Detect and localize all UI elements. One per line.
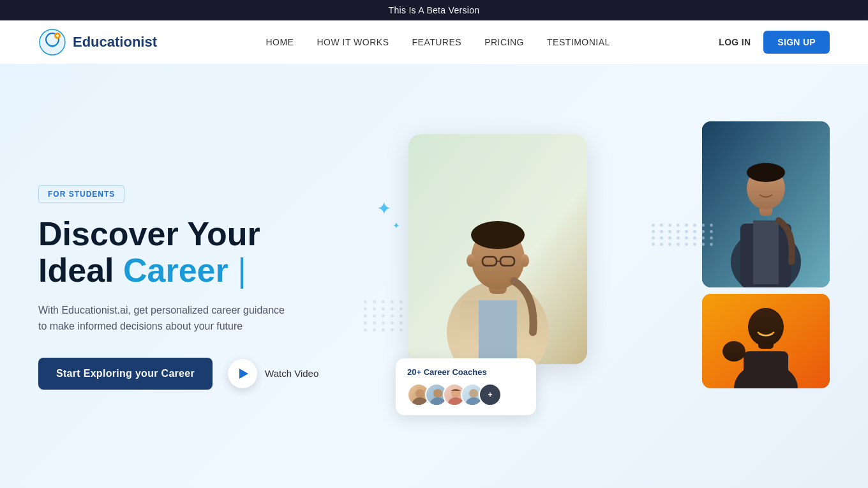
svg-rect-6 (479, 300, 517, 364)
nav-link-how-it-works[interactable]: HOW IT WORKS (317, 37, 389, 47)
coaches-title: 20+ Career Coaches (407, 367, 525, 377)
title-line2-prefix: Ideal (38, 252, 123, 289)
beta-banner: This Is A Beta Version (0, 0, 868, 20)
watch-video-area[interactable]: Watch Video (228, 359, 318, 388)
svg-rect-32 (744, 351, 788, 388)
play-icon (239, 369, 248, 379)
play-button[interactable] (228, 359, 257, 388)
sparkle-icon-large: ✦ (377, 198, 391, 219)
for-students-badge: FOR STUDENTS (38, 185, 124, 203)
explore-career-button[interactable]: Start Exploring your Career (38, 358, 213, 390)
title-line1: Discover Your (38, 215, 260, 252)
login-button[interactable]: LOG IN (719, 37, 751, 47)
hero-left: FOR STUDENTS Discover Your Ideal Career … (38, 185, 357, 390)
coach-more-count: + (479, 383, 502, 406)
title-career-accent: Career (123, 252, 228, 289)
beta-banner-text: This Is A Beta Version (389, 5, 480, 15)
svg-point-9 (471, 221, 525, 249)
nav-link-features[interactable]: FEATURES (412, 37, 462, 47)
svg-point-15 (415, 389, 424, 398)
svg-point-17 (433, 389, 442, 398)
nav-link-testimonial[interactable]: TESTIMONIAL (547, 37, 610, 47)
sparkle-icon-small: ✦ (393, 220, 400, 231)
career-coaches-card: 20+ Career Coaches (396, 358, 536, 415)
nav-links: HOME HOW IT WORKS FEATURES PRICING TESTI… (266, 36, 610, 48)
dots-pattern-right (652, 224, 715, 246)
hero-subtitle: With Educationist.ai, get personalized c… (38, 302, 294, 335)
nav-link-home[interactable]: HOME (266, 37, 294, 47)
svg-point-34 (748, 308, 784, 346)
svg-point-35 (722, 341, 745, 362)
coach-avatars: + (407, 383, 525, 406)
logo-text: Educationist (73, 34, 157, 50)
right-images (702, 121, 830, 388)
hero-title: Discover Your Ideal Career | (38, 216, 357, 289)
navbar: Educationist HOME HOW IT WORKS FEATURES … (0, 20, 868, 64)
nav-actions: LOG IN SIGN UP (719, 31, 830, 54)
main-student-card (408, 134, 587, 364)
logo-icon (38, 28, 66, 56)
svg-point-14 (520, 254, 529, 267)
svg-point-13 (467, 254, 475, 267)
watch-video-label: Watch Video (265, 368, 318, 379)
hero-right: ✦ ✦ (357, 121, 830, 454)
hero-actions: Start Exploring your Career Watch Video (38, 358, 357, 390)
right-image-bottom (702, 294, 830, 388)
svg-point-29 (747, 163, 785, 182)
right-image-top (702, 121, 830, 287)
title-cursor: | (228, 252, 246, 289)
student-image (408, 134, 587, 364)
hero-section: FOR STUDENTS Discover Your Ideal Career … (0, 64, 868, 488)
nav-link-pricing[interactable]: PRICING (484, 37, 524, 47)
svg-rect-26 (753, 220, 779, 284)
logo-area: Educationist (38, 28, 157, 56)
svg-point-21 (469, 389, 478, 398)
signup-button[interactable]: SIGN UP (763, 31, 830, 54)
dots-pattern-left (364, 300, 414, 332)
